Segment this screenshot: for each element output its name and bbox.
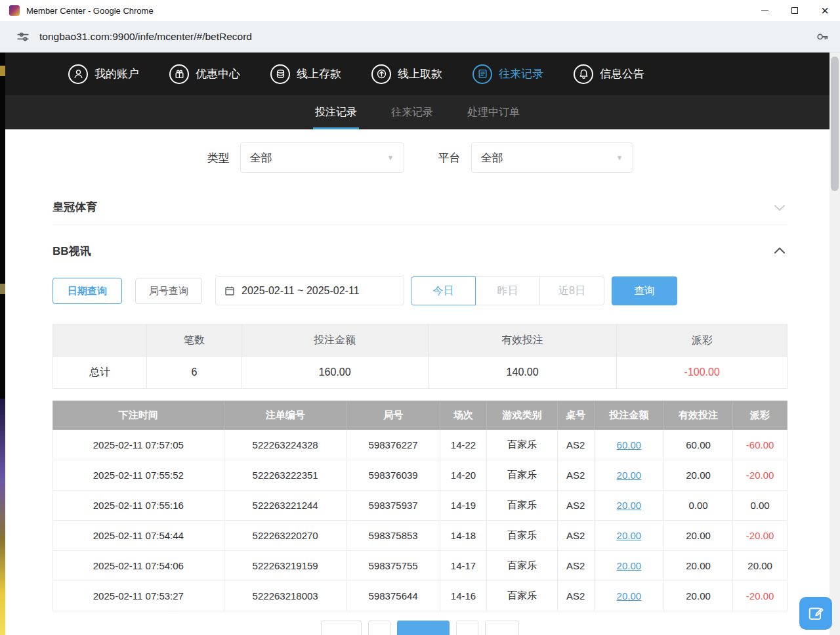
feedback-fab-button[interactable] xyxy=(799,597,832,630)
close-button[interactable]: × xyxy=(810,0,840,21)
minimize-button[interactable] xyxy=(749,0,780,21)
address-bar: tongbao31.com:9900/infe/mcenter/#/betRec… xyxy=(0,21,840,53)
table-cell: -20.00 xyxy=(733,521,788,551)
yesterday-button[interactable]: 昨日 xyxy=(475,276,540,305)
nav-item-0[interactable]: 我的账户 xyxy=(68,64,139,84)
records-header-cell: 派彩 xyxy=(733,401,788,430)
page-area: 我的账户优惠中心线上存款线上取款往来记录信息公告 投注记录往来记录处理中订单 类… xyxy=(0,53,840,635)
table-cell: 2025-02-11 07:54:44 xyxy=(53,521,224,551)
scrollbar-thumb[interactable] xyxy=(831,56,839,191)
today-button[interactable]: 今日 xyxy=(411,276,476,305)
table-cell: 2025-02-11 07:55:16 xyxy=(53,491,224,521)
maximize-button[interactable] xyxy=(780,0,810,21)
nav-item-1[interactable]: 优惠中心 xyxy=(169,64,240,84)
records-body: 2025-02-11 07:57:05522263224328598376227… xyxy=(53,430,788,611)
table-row: 2025-02-11 07:54:06522263219159598375755… xyxy=(53,551,788,581)
deposit-icon xyxy=(270,64,290,84)
prev-page-button[interactable] xyxy=(368,621,390,635)
withdraw-icon xyxy=(371,64,391,84)
table-cell: 百家乐 xyxy=(487,430,557,460)
platform-select[interactable]: 全部 ▼ xyxy=(471,142,633,173)
table-row: 2025-02-11 07:55:16522263221244598375937… xyxy=(53,491,788,521)
table-cell: 598375853 xyxy=(346,521,440,551)
tab-1[interactable]: 往来记录 xyxy=(389,95,435,129)
current-page-button[interactable] xyxy=(397,621,450,635)
last-8-days-button[interactable]: 近8日 xyxy=(539,276,604,305)
table-cell: -20.00 xyxy=(733,581,788,611)
table-cell: 2025-02-11 07:53:27 xyxy=(53,581,224,611)
table-row: 2025-02-11 07:54:44522263220270598375853… xyxy=(53,521,788,551)
nav-item-4[interactable]: 往来记录 xyxy=(472,64,543,84)
summary-header-cell xyxy=(53,324,147,357)
bet-amount-link[interactable]: 20.00 xyxy=(594,491,663,521)
tab-bar: 投注记录往来记录处理中订单 xyxy=(5,95,830,129)
bet-amount-link[interactable]: 20.00 xyxy=(594,521,663,551)
bet-records-table: 下注时间注单编号局号场次游戏类别桌号投注金额有效投注派彩 2025-02-11 … xyxy=(52,401,788,611)
url-text[interactable]: tongbao31.com:9900/infe/mcenter/#/betRec… xyxy=(39,31,252,43)
type-select[interactable]: 全部 ▼ xyxy=(240,142,404,173)
table-cell: 14-17 xyxy=(440,551,487,581)
table-cell: 598375937 xyxy=(346,491,440,521)
records-header-cell: 注单编号 xyxy=(224,401,346,430)
table-cell: 522263221244 xyxy=(224,491,346,521)
jump-page-input[interactable] xyxy=(485,621,519,635)
section-crown-sports[interactable]: 皇冠体育 xyxy=(52,190,788,225)
records-header-cell: 有效投注 xyxy=(663,401,732,430)
summary-total-row: 总计 6 160.00 140.00 -100.00 xyxy=(53,357,788,389)
summary-header-cell: 笔数 xyxy=(147,324,242,357)
chevron-down-icon[interactable] xyxy=(772,200,788,215)
quick-range-group: 今日 昨日 近8日 xyxy=(411,276,604,305)
records-header-cell: 场次 xyxy=(440,401,487,430)
table-cell: 14-20 xyxy=(440,460,487,491)
site-settings-icon[interactable] xyxy=(16,30,30,44)
section-bb-video[interactable]: BB视讯 xyxy=(52,233,788,269)
records-header-cell: 下注时间 xyxy=(53,401,224,430)
nav-item-label: 信息公告 xyxy=(600,66,644,81)
round-query-button[interactable]: 局号查询 xyxy=(135,278,202,304)
background-page-sliver xyxy=(0,53,5,635)
content-area: 类型 全部 ▼ 平台 全部 ▼ 皇冠体育 BB视讯 xyxy=(5,136,830,635)
record-icon xyxy=(472,64,492,84)
summary-bet-amount: 160.00 xyxy=(242,357,428,389)
date-query-button[interactable]: 日期查询 xyxy=(52,278,122,304)
table-cell: 百家乐 xyxy=(487,491,557,521)
summary-header-cell: 投注金额 xyxy=(242,324,428,357)
summary-table: 笔数投注金额有效投注派彩 总计 6 160.00 140.00 -100.00 xyxy=(52,324,788,389)
page-size-select[interactable] xyxy=(321,621,362,635)
table-cell: 522263220270 xyxy=(224,521,346,551)
close-icon: × xyxy=(821,4,829,17)
table-cell: 0.00 xyxy=(663,491,732,521)
next-page-button[interactable] xyxy=(456,621,478,635)
table-cell: 0.00 xyxy=(733,491,788,521)
nav-item-5[interactable]: 信息公告 xyxy=(574,64,644,84)
tab-0[interactable]: 投注记录 xyxy=(313,95,359,129)
bet-amount-link[interactable]: 20.00 xyxy=(594,581,663,611)
nav-item-2[interactable]: 线上存款 xyxy=(270,64,341,84)
summary-total-label: 总计 xyxy=(53,357,147,389)
table-cell: 598376039 xyxy=(346,460,440,491)
summary-header-cell: 派彩 xyxy=(617,324,788,357)
calendar-icon xyxy=(224,286,235,296)
tab-2[interactable]: 处理中订单 xyxy=(465,95,522,129)
filter-row: 类型 全部 ▼ 平台 全部 ▼ xyxy=(52,136,788,179)
table-cell: AS2 xyxy=(557,430,594,460)
table-cell: 2025-02-11 07:54:06 xyxy=(53,551,224,581)
search-button[interactable]: 查询 xyxy=(612,276,677,305)
table-row: 2025-02-11 07:55:52522263222351598376039… xyxy=(53,460,788,491)
records-header-cell: 局号 xyxy=(346,401,440,430)
table-cell: 百家乐 xyxy=(487,521,557,551)
records-header-cell: 游戏类别 xyxy=(487,401,557,430)
bet-amount-link[interactable]: 20.00 xyxy=(594,551,663,581)
bet-amount-link[interactable]: 60.00 xyxy=(594,430,663,460)
password-key-icon[interactable] xyxy=(815,30,830,44)
nav-item-3[interactable]: 线上取款 xyxy=(371,64,442,84)
bet-amount-link[interactable]: 20.00 xyxy=(594,460,663,491)
page-scrollbar[interactable] xyxy=(830,53,840,635)
nav-item-label: 往来记录 xyxy=(499,66,543,81)
date-range-input[interactable]: 2025-02-11 ~ 2025-02-11 xyxy=(215,276,404,305)
member-center-panel: 我的账户优惠中心线上存款线上取款往来记录信息公告 投注记录往来记录处理中订单 类… xyxy=(5,53,830,635)
table-cell: AS2 xyxy=(557,460,594,491)
table-cell: 20.00 xyxy=(663,460,732,491)
table-cell: AS2 xyxy=(557,581,594,611)
chevron-up-icon[interactable] xyxy=(772,243,788,259)
